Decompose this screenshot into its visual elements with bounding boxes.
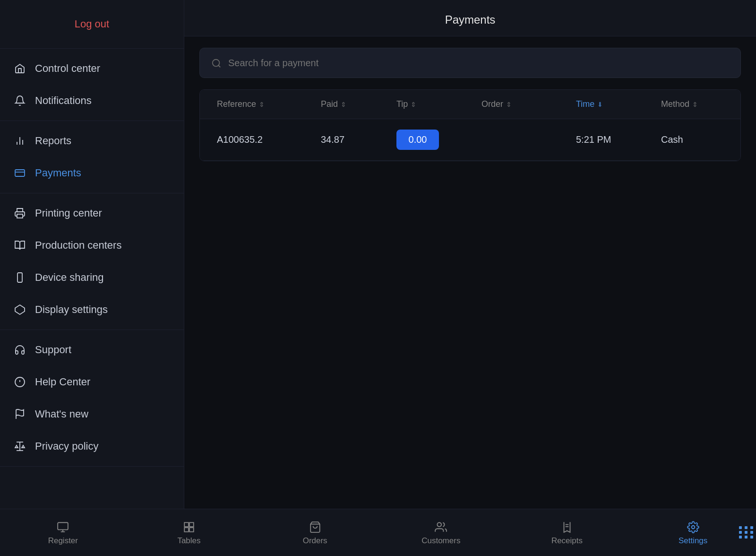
tables-icon	[183, 520, 195, 533]
nav-item-settings[interactable]: Settings	[658, 515, 729, 550]
sidebar-item-printing-center[interactable]: Printing center	[0, 197, 184, 229]
sidebar-label-printing-center: Printing center	[35, 207, 102, 219]
star-icon	[13, 375, 26, 389]
home-icon	[13, 62, 26, 75]
sidebar-item-display-settings[interactable]: Display settings	[0, 294, 184, 326]
sidebar: Log out Control center	[0, 0, 184, 509]
logout-section: Log out	[0, 0, 184, 49]
sidebar-item-production-centers[interactable]: Production centers	[0, 229, 184, 261]
cell-method: Cash	[653, 124, 741, 156]
nav-item-tables[interactable]: Tables	[154, 515, 224, 550]
nav-label-settings: Settings	[679, 536, 707, 546]
sidebar-label-device-sharing: Device sharing	[35, 271, 104, 284]
sidebar-label-payments: Payments	[35, 167, 81, 179]
cell-order	[474, 130, 568, 150]
sidebar-item-control-center[interactable]: Control center	[0, 52, 184, 85]
nav-label-receipts: Receipts	[551, 536, 583, 546]
sidebar-item-privacy-policy[interactable]: Privacy policy	[0, 430, 184, 462]
sidebar-item-support[interactable]: Support	[0, 334, 184, 366]
sidebar-group-2: Reports Payments	[0, 121, 184, 193]
svg-rect-6	[17, 273, 22, 282]
cell-time: 5:21 PM	[568, 124, 653, 156]
sidebar-label-notifications: Notifications	[35, 95, 92, 107]
col-header-time[interactable]: Time ⬇	[568, 90, 653, 119]
phone-icon	[13, 271, 26, 284]
sort-icon-method: ⇕	[692, 101, 698, 108]
sidebar-item-help-center[interactable]: Help Center	[0, 366, 184, 398]
svg-rect-3	[15, 170, 25, 176]
svg-point-24	[438, 522, 442, 527]
col-header-method[interactable]: Method ⇕	[653, 90, 741, 119]
logout-button[interactable]: Log out	[9, 13, 174, 35]
col-header-order[interactable]: Order ⇕	[474, 90, 568, 119]
receipts-icon	[561, 520, 573, 533]
cell-tip: 0.00	[389, 119, 474, 160]
search-input[interactable]	[228, 58, 729, 69]
diamond-icon	[13, 303, 26, 316]
svg-point-14	[213, 60, 220, 67]
settings-icon	[687, 520, 699, 533]
sidebar-item-reports[interactable]: Reports	[0, 125, 184, 157]
col-header-tip[interactable]: Tip ⇕	[389, 90, 474, 119]
content-area: Payments Reference ⇕ Paid ⇕	[184, 0, 756, 509]
flag-icon	[13, 408, 26, 421]
sort-icon-time: ⬇	[597, 101, 603, 108]
search-bar	[199, 48, 741, 78]
sidebar-label-help-center: Help Center	[35, 376, 90, 388]
sort-icon-paid: ⇕	[341, 101, 346, 108]
svg-point-27	[691, 526, 695, 529]
table-header: Reference ⇕ Paid ⇕ Tip ⇕ Order ⇕ Time	[200, 90, 740, 119]
chart-icon	[13, 134, 26, 148]
sidebar-item-device-sharing[interactable]: Device sharing	[0, 261, 184, 294]
sidebar-item-payments[interactable]: Payments	[0, 157, 184, 189]
svg-rect-22	[189, 528, 194, 532]
sidebar-label-display-settings: Display settings	[35, 304, 108, 316]
sort-icon-reference: ⇕	[259, 101, 265, 108]
search-icon	[211, 57, 222, 69]
customers-icon	[435, 520, 447, 533]
sidebar-group-1: Control center Notifications	[0, 49, 184, 121]
headset-icon	[13, 343, 26, 356]
sidebar-label-control-center: Control center	[35, 62, 100, 75]
svg-rect-21	[184, 528, 189, 532]
nav-label-orders: Orders	[303, 536, 327, 546]
nav-item-customers[interactable]: Customers	[405, 515, 476, 550]
sort-icon-order: ⇕	[506, 101, 512, 108]
cell-reference: A100635.2	[209, 124, 313, 156]
svg-rect-19	[184, 522, 189, 527]
sidebar-label-whats-new: What's new	[35, 408, 88, 420]
table-row[interactable]: A100635.2 34.87 0.00 5:21 PM Cash	[200, 119, 740, 161]
bottom-nav: Register Tables Orders	[0, 509, 756, 556]
printer-icon	[13, 207, 26, 220]
sidebar-group-4: Support Help Center	[0, 330, 184, 467]
register-icon	[57, 520, 69, 533]
orders-icon	[309, 520, 321, 533]
grid-dots	[737, 509, 756, 556]
cell-paid: 34.87	[313, 124, 389, 156]
nav-label-register: Register	[48, 536, 78, 546]
book-icon	[13, 239, 26, 252]
svg-line-15	[218, 65, 220, 67]
sidebar-item-notifications[interactable]: Notifications	[0, 85, 184, 117]
svg-rect-16	[58, 522, 68, 530]
sidebar-group-3: Printing center Production centers	[0, 193, 184, 330]
sidebar-item-whats-new[interactable]: What's new	[0, 398, 184, 430]
nav-label-customers: Customers	[421, 536, 460, 546]
sidebar-label-reports: Reports	[35, 135, 71, 147]
sidebar-label-support: Support	[35, 344, 71, 356]
payments-table: Reference ⇕ Paid ⇕ Tip ⇕ Order ⇕ Time	[199, 89, 741, 161]
bell-icon	[13, 94, 26, 107]
nav-item-register[interactable]: Register	[27, 515, 98, 550]
nav-item-orders[interactable]: Orders	[280, 515, 351, 550]
scale-icon	[13, 440, 26, 453]
svg-rect-5	[17, 214, 23, 218]
nav-label-tables: Tables	[177, 536, 200, 546]
card-icon	[13, 166, 26, 180]
col-header-paid[interactable]: Paid ⇕	[313, 90, 389, 119]
sort-icon-tip: ⇕	[411, 101, 416, 108]
svg-rect-20	[189, 522, 194, 527]
sidebar-label-privacy-policy: Privacy policy	[35, 440, 98, 452]
nav-item-receipts[interactable]: Receipts	[532, 515, 602, 550]
col-header-reference[interactable]: Reference ⇕	[209, 90, 313, 119]
svg-marker-8	[15, 305, 25, 314]
